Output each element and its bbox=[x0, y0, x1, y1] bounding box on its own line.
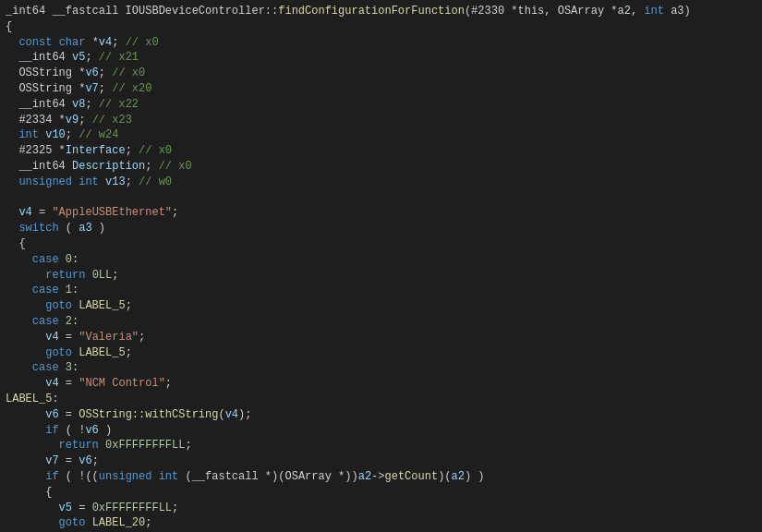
token-num: 0xFFFFFFFFLL bbox=[92, 502, 172, 514]
token-plain: _int64 __fastcall IOUSBDeviceController:… bbox=[6, 5, 278, 18]
code-text: return 0LL; bbox=[6, 268, 756, 284]
code-text: #2325 *Interface; // x0 bbox=[6, 143, 756, 159]
code-line: if ( !v6 ) bbox=[0, 423, 762, 439]
token-plain: ; bbox=[126, 299, 132, 312]
token-str: "AppleUSBEthernet" bbox=[52, 206, 172, 219]
token-cmt: // x22 bbox=[99, 98, 139, 111]
code-line: { bbox=[0, 485, 762, 501]
code-text: case 0: bbox=[6, 252, 756, 268]
token-plain: OSString * bbox=[6, 82, 85, 95]
token-plain: a3) bbox=[664, 5, 691, 18]
token-plain: OSString * bbox=[6, 66, 85, 79]
token-cmt: // x21 bbox=[99, 51, 139, 64]
token-num: 0xFFFFFFFFLL bbox=[105, 439, 185, 452]
code-line: _int64 __fastcall IOUSBDeviceController:… bbox=[0, 4, 762, 19]
code-line: switch ( a3 ) bbox=[0, 221, 762, 236]
token-kw: case bbox=[6, 253, 59, 266]
token-plain: ; bbox=[126, 346, 132, 359]
token-plain bbox=[6, 454, 45, 467]
token-plain: : bbox=[72, 361, 79, 374]
token-kw: if bbox=[6, 424, 59, 437]
token-plain: : bbox=[72, 253, 79, 266]
code-text: { bbox=[6, 236, 756, 252]
token-var: v4 bbox=[45, 377, 58, 390]
token-plain: #2334 * bbox=[6, 114, 66, 127]
token-plain: ( !(( bbox=[59, 470, 99, 483]
token-var: v4 bbox=[99, 36, 112, 49]
token-plain bbox=[6, 377, 45, 390]
token-plain: ) ) bbox=[465, 470, 485, 483]
token-plain: : bbox=[72, 284, 79, 296]
token-cmt: // x0 bbox=[112, 66, 145, 79]
token-plain: )( bbox=[438, 470, 451, 483]
token-kw: if bbox=[6, 470, 59, 483]
code-text: switch ( a3 ) bbox=[6, 221, 756, 236]
token-plain bbox=[59, 253, 66, 266]
token-plain: : bbox=[52, 393, 58, 405]
token-plain: *)(OSArray *)) bbox=[259, 470, 358, 483]
token-kw: case bbox=[6, 361, 59, 374]
token-cmt: // x0 bbox=[126, 36, 159, 49]
token-plain: __int64 bbox=[6, 51, 72, 64]
token-fn: findConfigurationForFunction bbox=[278, 5, 465, 18]
token-plain: ; bbox=[145, 516, 151, 529]
token-var: a3 bbox=[79, 222, 91, 235]
token-plain: #2325 * bbox=[6, 144, 66, 157]
token-method: getCount bbox=[385, 470, 439, 483]
token-cmt: // x20 bbox=[112, 82, 151, 95]
token-plain: = bbox=[59, 454, 79, 467]
token-label: LABEL_5 bbox=[79, 299, 125, 312]
token-plain: * bbox=[85, 36, 98, 49]
token-plain bbox=[151, 470, 158, 483]
code-line: __int64 v5; // x21 bbox=[0, 50, 762, 66]
code-line: OSString *v6; // x0 bbox=[0, 66, 762, 81]
token-plain: { bbox=[6, 486, 52, 499]
token-var: v6 bbox=[85, 424, 98, 437]
token-plain: __int64 bbox=[6, 160, 72, 173]
code-line: v7 = v6; bbox=[0, 453, 762, 469]
token-var: v6 bbox=[79, 454, 91, 467]
token-fn: OSString::withCString bbox=[79, 408, 218, 421]
token-plain: ; bbox=[85, 51, 98, 64]
token-kw: int bbox=[644, 5, 664, 18]
token-var: v9 bbox=[66, 114, 79, 127]
token-var: v7 bbox=[45, 454, 58, 467]
code-text: v4 = "AppleUSBEthernet"; bbox=[6, 205, 756, 221]
code-text bbox=[6, 190, 756, 206]
token-label: LABEL_5 bbox=[79, 346, 125, 359]
code-line: int v10; // w24 bbox=[0, 127, 762, 143]
token-plain: ; bbox=[112, 36, 125, 49]
token-plain: -> bbox=[371, 470, 384, 483]
token-plain bbox=[85, 269, 91, 282]
token-plain: { bbox=[6, 237, 26, 250]
token-kw: char bbox=[59, 36, 86, 49]
token-cmt: // w24 bbox=[79, 128, 118, 141]
code-line: v4 = "NCM Control"; bbox=[0, 376, 762, 392]
code-text: v4 = "Valeria"; bbox=[6, 330, 756, 345]
token-plain: = bbox=[59, 408, 79, 421]
code-line: #2325 *Interface; // x0 bbox=[0, 143, 762, 159]
token-cmt: // x0 bbox=[139, 144, 172, 157]
code-line: v6 = OSString::withCString(v4); bbox=[0, 407, 762, 423]
token-var: v4 bbox=[225, 408, 238, 421]
token-plain: ; bbox=[126, 144, 139, 157]
token-kw: case bbox=[6, 284, 59, 296]
token-kw: goto bbox=[6, 299, 72, 312]
token-plain: ; bbox=[185, 439, 191, 452]
token-plain: = bbox=[32, 206, 53, 219]
token-str: "NCM Control" bbox=[79, 377, 165, 390]
token-var: v4 bbox=[18, 206, 31, 219]
code-text: case 3: bbox=[6, 360, 756, 376]
token-cmt: // w0 bbox=[139, 175, 172, 188]
token-plain bbox=[6, 206, 18, 219]
code-line: case 2: bbox=[0, 314, 762, 330]
code-text: if ( !((unsigned int (__fastcall *)(OSAr… bbox=[6, 469, 756, 485]
token-plain: ) bbox=[99, 424, 112, 437]
code-text: LABEL_5: bbox=[6, 392, 756, 407]
token-plain: __int64 bbox=[6, 98, 72, 111]
code-text: return 0xFFFFFFFFLL; bbox=[6, 438, 756, 453]
token-plain: ( ! bbox=[59, 424, 86, 437]
code-text: __int64 v8; // x22 bbox=[6, 97, 756, 113]
token-var: v6 bbox=[45, 408, 58, 421]
token-kw: int bbox=[159, 470, 179, 483]
